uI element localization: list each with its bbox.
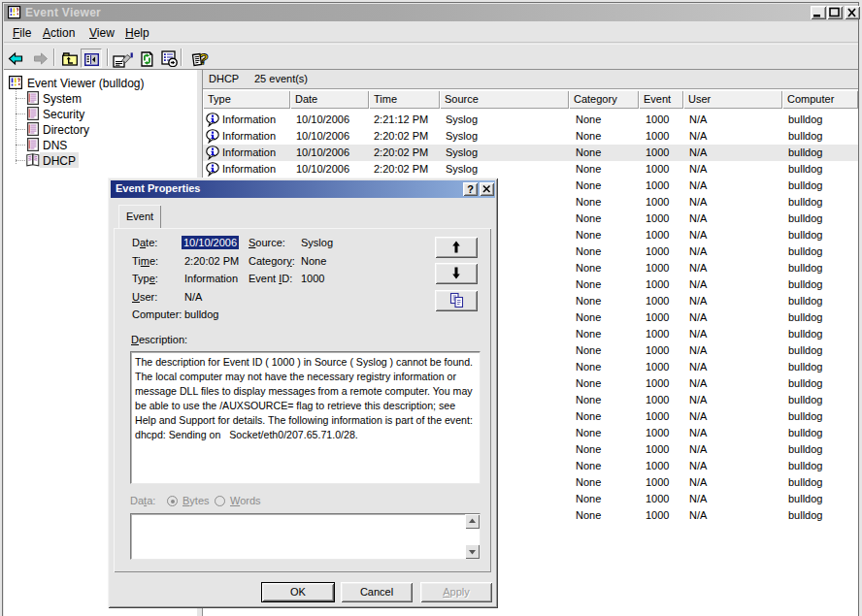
svg-text:?: ? <box>198 51 210 67</box>
